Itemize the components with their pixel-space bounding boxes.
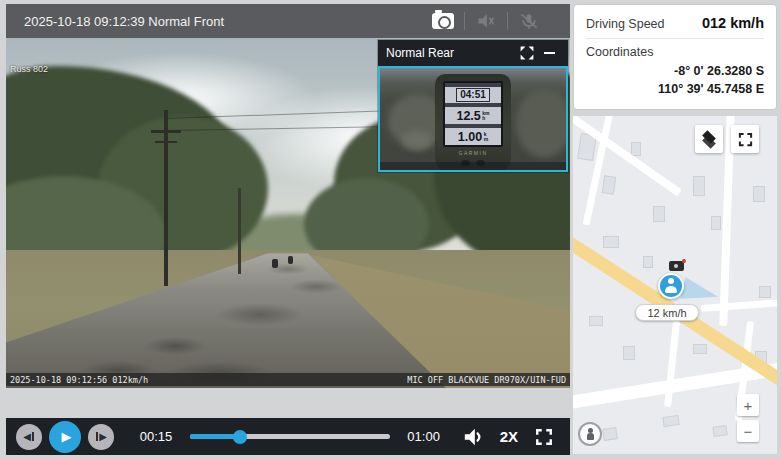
driving-speed-value: 012 km/h (702, 15, 764, 31)
fullscreen-icon (535, 428, 553, 446)
latitude-value: -8° 0' 26.3280 S (586, 62, 764, 80)
speaker-off-icon (476, 12, 496, 30)
video-title: 2025-10-18 09:12:39 Normal Front (6, 14, 422, 29)
gps-device: 04:51 12.5 km h 1.00 k m (435, 74, 511, 172)
previous-frame-button[interactable]: ◀ (16, 424, 42, 450)
gps-brand-label: GARMIN (435, 150, 511, 156)
longitude-value: 110° 39' 45.7458 E (586, 80, 764, 98)
video-timestamp-stamp: 2025-10-18 09:12:56 012km/h (10, 375, 148, 385)
utility-pole (164, 110, 168, 286)
mic-off-icon (519, 12, 539, 30)
video-stamp-strip: 2025-10-18 09:12:56 012km/h MIC OFF BLAC… (6, 373, 570, 386)
map-layers-button[interactable] (695, 125, 723, 153)
pip-window[interactable]: Normal Rear 04:51 (378, 40, 568, 172)
video-model-stamp: MIC OFF BLACKVUE DR970X/UIN-FUD (407, 375, 566, 385)
gps-time-value: 04:51 (456, 88, 490, 102)
gps-distance-value: 1.00 (458, 130, 482, 144)
mic-off-button[interactable] (508, 7, 550, 35)
pip-expand-button[interactable] (516, 43, 538, 63)
pip-stamp-strip (380, 162, 566, 170)
gps-speed-value: 12.5 (456, 109, 480, 123)
dashcam-custom-text: Russ 802 (10, 64, 48, 74)
pegman-button[interactable] (578, 422, 602, 446)
map-zoom-out-button[interactable]: − (737, 420, 759, 442)
playback-control-bar: ◀ ▶ ▶ 00:15 01:00 2X (6, 418, 570, 455)
previous-icon: ◀ (23, 432, 31, 442)
next-icon: ▶ (99, 432, 107, 442)
progress-thumb[interactable] (233, 430, 247, 444)
header-actions (422, 7, 570, 35)
coordinates-label: Coordinates (586, 45, 764, 59)
capture-snapshot-button[interactable] (422, 7, 464, 35)
video-header-bar: 2025-10-18 09:12:39 Normal Front (6, 4, 570, 38)
pip-minimize-button[interactable] (538, 43, 560, 63)
camera-icon (432, 13, 454, 29)
heading-cone (680, 277, 720, 307)
pip-title: Normal Rear (386, 46, 516, 60)
divider (586, 38, 764, 39)
distant-vehicle (272, 259, 278, 268)
map-zoom-in-button[interactable]: + (737, 394, 759, 416)
utility-pole (238, 188, 241, 274)
map-fullscreen-button[interactable] (731, 125, 759, 153)
playback-rate-button[interactable]: 2X (500, 428, 518, 445)
distant-vehicle (288, 256, 293, 264)
pip-header: Normal Rear (378, 40, 568, 66)
rear-video-surface[interactable]: 04:51 12.5 km h 1.00 k m (378, 66, 568, 172)
recording-dot (682, 259, 686, 263)
speaker-icon (462, 427, 484, 447)
audio-off-button[interactable] (465, 7, 507, 35)
viewer-window: 2025-10-18 09:12:39 Normal Front (0, 0, 781, 459)
current-time-label: 00:15 (134, 429, 178, 444)
play-icon: ▶ (62, 429, 72, 444)
next-frame-button[interactable]: ▶ (88, 424, 114, 450)
driving-speed-label: Driving Speed (586, 17, 665, 31)
map-fullscreen-icon (738, 132, 753, 147)
duration-label: 01:00 (402, 429, 446, 444)
gps-screen: 04:51 12.5 km h 1.00 k m (443, 81, 503, 147)
vehicle-position-marker[interactable] (658, 273, 684, 299)
play-button[interactable]: ▶ (49, 421, 81, 453)
expand-arrows-icon (519, 45, 535, 61)
minimize-icon (544, 52, 555, 55)
progress-track[interactable] (190, 434, 390, 439)
map-speed-badge: 12 km/h (635, 304, 699, 321)
map-canvas[interactable]: 12 km/h + − (573, 116, 777, 454)
telemetry-panel: Driving Speed 012 km/h Coordinates -8° 0… (573, 4, 777, 110)
volume-button[interactable] (458, 424, 488, 450)
fullscreen-button[interactable] (530, 424, 558, 450)
